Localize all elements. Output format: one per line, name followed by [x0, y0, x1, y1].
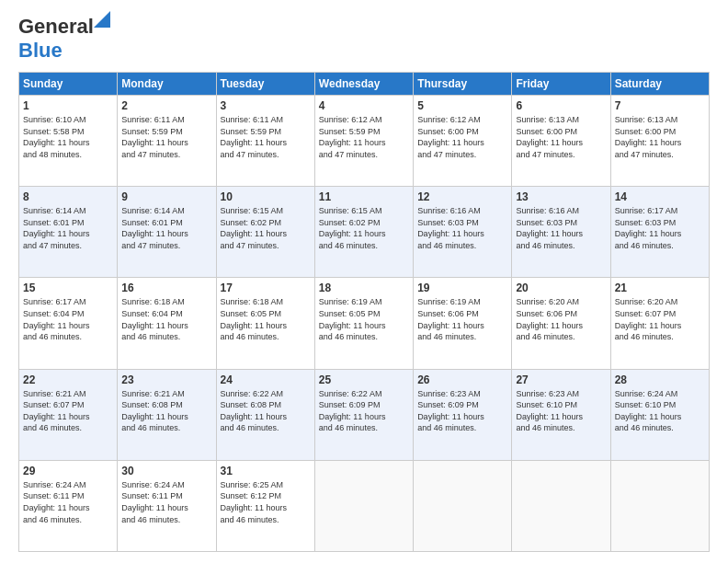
- day-details: Sunrise: 6:11 AM Sunset: 5:59 PM Dayligh…: [221, 114, 311, 160]
- day-details: Sunrise: 6:16 AM Sunset: 6:03 PM Dayligh…: [417, 205, 507, 251]
- day-details: Sunrise: 6:10 AM Sunset: 5:58 PM Dayligh…: [23, 114, 113, 160]
- calendar-week-2: 8Sunrise: 6:14 AM Sunset: 6:01 PM Daylig…: [19, 187, 710, 278]
- calendar-table: SundayMondayTuesdayWednesdayThursdayFrid…: [18, 72, 710, 552]
- calendar-week-3: 15Sunrise: 6:17 AM Sunset: 6:04 PM Dayli…: [19, 278, 710, 369]
- day-number: 30: [121, 465, 211, 477]
- day-details: Sunrise: 6:23 AM Sunset: 6:09 PM Dayligh…: [417, 388, 507, 434]
- calendar-cell: [414, 460, 512, 551]
- day-number: 1: [23, 99, 113, 112]
- day-details: Sunrise: 6:18 AM Sunset: 6:04 PM Dayligh…: [121, 296, 211, 342]
- calendar-header-monday: Monday: [118, 73, 216, 96]
- calendar-header-thursday: Thursday: [414, 73, 512, 96]
- day-details: Sunrise: 6:22 AM Sunset: 6:08 PM Dayligh…: [221, 388, 311, 434]
- day-number: 3: [221, 99, 311, 112]
- day-details: Sunrise: 6:11 AM Sunset: 5:59 PM Dayligh…: [121, 114, 211, 160]
- day-details: Sunrise: 6:20 AM Sunset: 6:06 PM Dayligh…: [516, 296, 606, 342]
- calendar-header-sunday: Sunday: [19, 73, 118, 96]
- day-number: 21: [615, 282, 705, 294]
- calendar-cell: 21Sunrise: 6:20 AM Sunset: 6:07 PM Dayli…: [610, 278, 709, 369]
- calendar-cell: 5Sunrise: 6:12 AM Sunset: 6:00 PM Daylig…: [414, 96, 512, 187]
- calendar-week-4: 22Sunrise: 6:21 AM Sunset: 6:07 PM Dayli…: [19, 369, 710, 460]
- day-number: 24: [221, 373, 311, 386]
- calendar-cell: 15Sunrise: 6:17 AM Sunset: 6:04 PM Dayli…: [19, 278, 118, 369]
- logo: General Blue: [18, 15, 94, 63]
- day-details: Sunrise: 6:16 AM Sunset: 6:03 PM Dayligh…: [516, 205, 606, 251]
- logo-blue: Blue: [18, 39, 63, 62]
- calendar-cell: 25Sunrise: 6:22 AM Sunset: 6:09 PM Dayli…: [314, 369, 413, 460]
- calendar-cell: 8Sunrise: 6:14 AM Sunset: 6:01 PM Daylig…: [19, 187, 118, 278]
- day-number: 5: [417, 99, 507, 112]
- calendar-cell: 18Sunrise: 6:19 AM Sunset: 6:05 PM Dayli…: [314, 278, 413, 369]
- day-details: Sunrise: 6:17 AM Sunset: 6:04 PM Dayligh…: [23, 296, 113, 342]
- calendar-cell: 17Sunrise: 6:18 AM Sunset: 6:05 PM Dayli…: [216, 278, 314, 369]
- day-details: Sunrise: 6:24 AM Sunset: 6:11 PM Dayligh…: [23, 479, 113, 525]
- day-details: Sunrise: 6:21 AM Sunset: 6:07 PM Dayligh…: [23, 388, 113, 434]
- day-details: Sunrise: 6:19 AM Sunset: 6:06 PM Dayligh…: [417, 296, 507, 342]
- day-number: 8: [23, 190, 113, 203]
- day-details: Sunrise: 6:14 AM Sunset: 6:01 PM Dayligh…: [121, 205, 211, 251]
- day-number: 10: [221, 190, 311, 203]
- calendar-cell: 3Sunrise: 6:11 AM Sunset: 5:59 PM Daylig…: [216, 96, 314, 187]
- day-number: 17: [221, 282, 311, 294]
- day-number: 29: [23, 465, 113, 477]
- calendar-cell: [610, 460, 709, 551]
- calendar-cell: [314, 460, 413, 551]
- day-number: 4: [319, 99, 409, 112]
- day-details: Sunrise: 6:13 AM Sunset: 6:00 PM Dayligh…: [615, 114, 705, 160]
- day-details: Sunrise: 6:17 AM Sunset: 6:03 PM Dayligh…: [615, 205, 705, 251]
- calendar-cell: 4Sunrise: 6:12 AM Sunset: 5:59 PM Daylig…: [314, 96, 413, 187]
- day-details: Sunrise: 6:22 AM Sunset: 6:09 PM Dayligh…: [319, 388, 409, 434]
- day-number: 15: [23, 282, 113, 294]
- day-number: 14: [615, 190, 705, 203]
- day-number: 28: [615, 373, 705, 386]
- day-number: 18: [319, 282, 409, 294]
- calendar-header-wednesday: Wednesday: [314, 73, 413, 96]
- page: General Blue SundayMondayTuesdayWednesda…: [0, 0, 728, 563]
- calendar-cell: 14Sunrise: 6:17 AM Sunset: 6:03 PM Dayli…: [610, 187, 709, 278]
- day-details: Sunrise: 6:14 AM Sunset: 6:01 PM Dayligh…: [23, 205, 113, 251]
- day-details: Sunrise: 6:25 AM Sunset: 6:12 PM Dayligh…: [221, 479, 311, 525]
- calendar-cell: 29Sunrise: 6:24 AM Sunset: 6:11 PM Dayli…: [19, 460, 118, 551]
- calendar-cell: 27Sunrise: 6:23 AM Sunset: 6:10 PM Dayli…: [512, 369, 610, 460]
- day-details: Sunrise: 6:18 AM Sunset: 6:05 PM Dayligh…: [221, 296, 311, 342]
- day-number: 16: [121, 282, 211, 294]
- day-details: Sunrise: 6:15 AM Sunset: 6:02 PM Dayligh…: [319, 205, 409, 251]
- calendar-header-friday: Friday: [512, 73, 610, 96]
- day-details: Sunrise: 6:24 AM Sunset: 6:10 PM Dayligh…: [615, 388, 705, 434]
- day-number: 23: [121, 373, 211, 386]
- calendar-cell: 30Sunrise: 6:24 AM Sunset: 6:11 PM Dayli…: [118, 460, 216, 551]
- calendar-cell: 11Sunrise: 6:15 AM Sunset: 6:02 PM Dayli…: [314, 187, 413, 278]
- day-details: Sunrise: 6:23 AM Sunset: 6:10 PM Dayligh…: [516, 388, 606, 434]
- day-number: 9: [121, 190, 211, 203]
- calendar-cell: 22Sunrise: 6:21 AM Sunset: 6:07 PM Dayli…: [19, 369, 118, 460]
- header: General Blue: [18, 15, 710, 63]
- calendar-cell: 2Sunrise: 6:11 AM Sunset: 5:59 PM Daylig…: [118, 96, 216, 187]
- calendar-header-saturday: Saturday: [610, 73, 709, 96]
- day-details: Sunrise: 6:12 AM Sunset: 5:59 PM Dayligh…: [319, 114, 409, 160]
- calendar-cell: 31Sunrise: 6:25 AM Sunset: 6:12 PM Dayli…: [216, 460, 314, 551]
- day-number: 31: [221, 465, 311, 477]
- day-number: 12: [417, 190, 507, 203]
- day-number: 25: [319, 373, 409, 386]
- calendar-cell: 26Sunrise: 6:23 AM Sunset: 6:09 PM Dayli…: [414, 369, 512, 460]
- day-details: Sunrise: 6:21 AM Sunset: 6:08 PM Dayligh…: [121, 388, 211, 434]
- calendar-cell: 16Sunrise: 6:18 AM Sunset: 6:04 PM Dayli…: [118, 278, 216, 369]
- calendar-cell: 28Sunrise: 6:24 AM Sunset: 6:10 PM Dayli…: [610, 369, 709, 460]
- calendar-cell: 6Sunrise: 6:13 AM Sunset: 6:00 PM Daylig…: [512, 96, 610, 187]
- calendar-header-tuesday: Tuesday: [216, 73, 314, 96]
- calendar-cell: 24Sunrise: 6:22 AM Sunset: 6:08 PM Dayli…: [216, 369, 314, 460]
- day-details: Sunrise: 6:20 AM Sunset: 6:07 PM Dayligh…: [615, 296, 705, 342]
- day-number: 13: [516, 190, 606, 203]
- calendar-week-1: 1Sunrise: 6:10 AM Sunset: 5:58 PM Daylig…: [19, 96, 710, 187]
- calendar-cell: 19Sunrise: 6:19 AM Sunset: 6:06 PM Dayli…: [414, 278, 512, 369]
- day-number: 11: [319, 190, 409, 203]
- day-details: Sunrise: 6:12 AM Sunset: 6:00 PM Dayligh…: [417, 114, 507, 160]
- calendar-cell: 7Sunrise: 6:13 AM Sunset: 6:00 PM Daylig…: [610, 96, 709, 187]
- day-details: Sunrise: 6:13 AM Sunset: 6:00 PM Dayligh…: [516, 114, 606, 160]
- day-details: Sunrise: 6:24 AM Sunset: 6:11 PM Dayligh…: [121, 479, 211, 525]
- calendar-cell: 12Sunrise: 6:16 AM Sunset: 6:03 PM Dayli…: [414, 187, 512, 278]
- calendar-cell: 10Sunrise: 6:15 AM Sunset: 6:02 PM Dayli…: [216, 187, 314, 278]
- day-number: 26: [417, 373, 507, 386]
- calendar-header-row: SundayMondayTuesdayWednesdayThursdayFrid…: [19, 73, 710, 96]
- logo-icon: [94, 11, 110, 28]
